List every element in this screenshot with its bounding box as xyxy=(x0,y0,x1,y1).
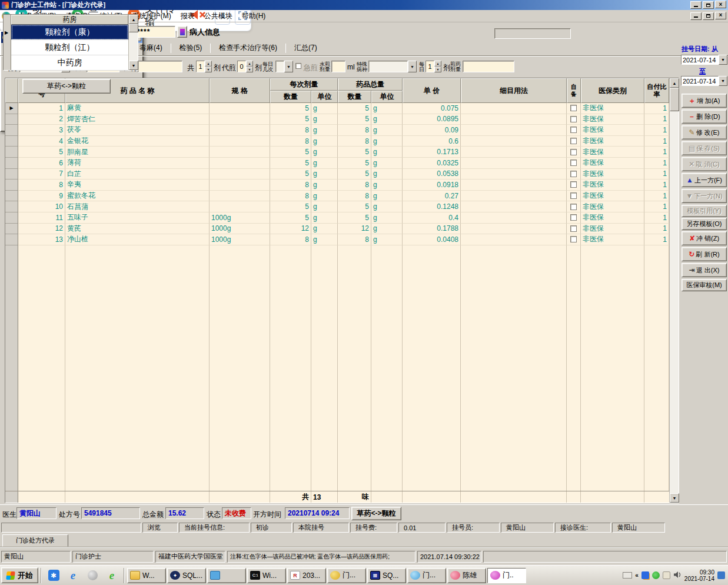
pharmacy-option-1[interactable]: 颗粒剂（康） xyxy=(11,25,128,40)
spin-up-icon[interactable]: ▲ xyxy=(434,61,441,67)
date-to-select[interactable]: 2021-07-14 ▼ xyxy=(681,76,727,86)
updater-icon[interactable] xyxy=(652,571,660,579)
start-button[interactable]: 开始 xyxy=(1,567,38,583)
taskbar-task-3[interactable] xyxy=(207,568,246,583)
scrollbar-thumb[interactable] xyxy=(670,88,679,111)
ie-icon[interactable]: e xyxy=(67,570,79,581)
table-row[interactable]: 3茯苓8g8g0.09非医保1 xyxy=(5,125,669,136)
close-icon[interactable]: × xyxy=(715,1,726,8)
table-row[interactable]: 9蜜款冬花8g8g0.27非医保1 xyxy=(5,191,669,202)
star-icon[interactable]: ✱ xyxy=(48,570,59,581)
pharmacy-option-2[interactable]: 颗粒剂（江） xyxy=(11,40,128,55)
spin-up-icon[interactable]: ▲ xyxy=(246,61,253,67)
menu-item-7[interactable]: 帮助(H) xyxy=(237,10,271,22)
self-provided-checkbox[interactable] xyxy=(570,171,577,177)
card-reader-button[interactable] xyxy=(177,26,187,38)
scroll-down-icon[interactable]: ▼ xyxy=(129,61,138,70)
table-row[interactable]: 5胆南星5g5g0.1713非医保1 xyxy=(5,147,669,158)
urgent-checkbox[interactable] xyxy=(295,63,301,69)
table-row[interactable]: 13净山楂1000g8g8g0.0408非医保1 xyxy=(5,234,669,245)
mdi-close-icon[interactable]: × xyxy=(715,12,726,19)
show-desktop-icon[interactable] xyxy=(717,571,725,579)
scroll-up-icon[interactable]: ▲ xyxy=(670,78,679,88)
self-provided-checkbox[interactable] xyxy=(570,159,577,166)
sidebar-button-13[interactable]: 医保审核(M) xyxy=(682,279,727,291)
tab-5[interactable]: 检验(5) xyxy=(172,41,210,55)
table-row[interactable]: 11五味子1000g5g5g0.4非医保1 xyxy=(5,212,669,224)
table-row[interactable]: 6薄荷5g5g0.0325非医保1 xyxy=(5,158,669,169)
scroll-down-icon[interactable]: ▼ xyxy=(670,493,679,503)
dialog-scrollbar[interactable]: ▲ ▼ xyxy=(128,15,138,70)
self-provided-checkbox[interactable] xyxy=(570,192,577,199)
sidebar-button-9[interactable]: 另存模板(O) xyxy=(682,218,727,230)
spin-down-icon[interactable]: ▼ xyxy=(434,67,441,72)
sidebar-button-12[interactable]: ⇥退 出(X) xyxy=(682,263,727,277)
spin-down-icon[interactable]: ▼ xyxy=(205,67,212,72)
minimize-icon[interactable] xyxy=(690,1,702,9)
notes-icon[interactable] xyxy=(663,571,670,579)
self-provided-checkbox[interactable] xyxy=(570,127,577,133)
tab-6[interactable]: 检查手术治疗等(6) xyxy=(212,41,284,55)
pharmacy-option-3[interactable]: 中药房 xyxy=(11,55,128,71)
assistant-icon[interactable] xyxy=(87,570,98,581)
browser-icon[interactable]: e xyxy=(106,570,118,581)
sidebar-button-6[interactable]: ▲上一方(F) xyxy=(682,173,727,187)
scroll-up-icon[interactable]: ▲ xyxy=(129,15,138,24)
self-provided-checkbox[interactable] xyxy=(570,204,577,210)
taskbar-task-4[interactable]: C:\Wi... xyxy=(247,568,286,583)
self-provided-checkbox[interactable] xyxy=(570,138,577,144)
taskbar-task-9[interactable]: 陈雄 xyxy=(447,568,486,583)
volume-icon[interactable] xyxy=(673,571,682,580)
taskbar-task-7[interactable]: ▦SQ... xyxy=(367,568,406,583)
taskbar-task-8[interactable]: 门... xyxy=(407,568,446,583)
tray-expand-icon[interactable]: « xyxy=(635,572,639,579)
daily-doses-stepper[interactable]: 1 ▲▼ xyxy=(426,61,441,72)
mdi-minimize-icon[interactable] xyxy=(690,12,702,20)
spin-up-icon[interactable]: ▲ xyxy=(205,61,212,67)
self-provided-checkbox[interactable] xyxy=(570,225,577,232)
chevron-down-icon[interactable]: ▼ xyxy=(284,61,293,72)
self-provided-checkbox[interactable] xyxy=(570,149,577,155)
date-from-select[interactable]: 2021-07-14 ▼ xyxy=(681,55,727,65)
sidebar-button-11[interactable]: ↻刷 新(R) xyxy=(682,247,727,261)
self-provided-checkbox[interactable] xyxy=(570,116,577,122)
table-row[interactable]: 2燀苦杏仁5g5g0.0895非医保1 xyxy=(5,114,669,125)
table-row[interactable]: 4金银花8g8g0.6非医保1 xyxy=(5,136,669,147)
table-row[interactable]: 12黄芪1000g12g12g0.1788非医保1 xyxy=(5,224,669,235)
chevron-down-icon[interactable]: ▼ xyxy=(719,76,727,86)
scrollbar-thumb[interactable] xyxy=(129,24,138,32)
taskbar-task-6[interactable]: 门... xyxy=(327,568,366,583)
decoct-doses-stepper[interactable]: 0 ▲▼ xyxy=(237,61,253,72)
daily-times-select[interactable]: ▼ xyxy=(275,61,293,72)
total-doses-stepper[interactable]: 1 ▲▼ xyxy=(196,61,212,72)
table-row[interactable]: ▶1麻黄5g5g0.075非医保1 xyxy=(5,103,669,114)
self-provided-checkbox[interactable] xyxy=(570,214,577,221)
restore-icon[interactable] xyxy=(703,1,714,9)
table-row[interactable]: 10石菖蒲5g5g0.1248非医保1 xyxy=(5,201,669,212)
sidebar-button-1[interactable]: ＋增 加(A) xyxy=(682,94,727,108)
self-provided-checkbox[interactable] xyxy=(570,105,577,111)
herb-granule-button[interactable]: 草药<->颗粒 xyxy=(351,507,401,520)
water-dose-input[interactable] xyxy=(331,61,345,72)
self-provided-checkbox[interactable] xyxy=(570,236,577,242)
sidebar-button-10[interactable]: ✘冲 销(Z) xyxy=(682,231,727,245)
special-disease-select[interactable]: ▼ xyxy=(368,61,417,72)
table-scrollbar[interactable]: ▲ ▼ xyxy=(669,78,679,503)
taskbar-task-2[interactable]: ✦SQL... xyxy=(167,568,206,583)
note-input[interactable] xyxy=(138,61,182,72)
keyboard-icon[interactable] xyxy=(623,572,632,579)
taskbar-task-10[interactable]: 门.. xyxy=(487,568,526,583)
input-method-icon[interactable] xyxy=(641,571,649,579)
self-provided-checkbox[interactable] xyxy=(570,181,577,188)
table-row[interactable]: 8辛夷8g8g0.0918非医保1 xyxy=(5,180,669,191)
decoct-volume-input[interactable] xyxy=(463,61,514,72)
tab-prescription-entry[interactable]: 门诊处方代录 xyxy=(2,534,68,547)
mdi-restore-icon[interactable] xyxy=(703,12,714,20)
spin-down-icon[interactable]: ▼ xyxy=(246,67,253,72)
taskbar-task-5[interactable]: R203... xyxy=(287,568,326,583)
chevron-down-icon[interactable]: ▼ xyxy=(719,55,727,65)
taskbar-task-1[interactable]: W... xyxy=(127,568,166,583)
tab-7[interactable]: 汇总(7) xyxy=(287,41,324,55)
menu-item-5[interactable]: 报表 xyxy=(176,10,200,22)
chevron-down-icon[interactable]: ▼ xyxy=(408,61,417,72)
